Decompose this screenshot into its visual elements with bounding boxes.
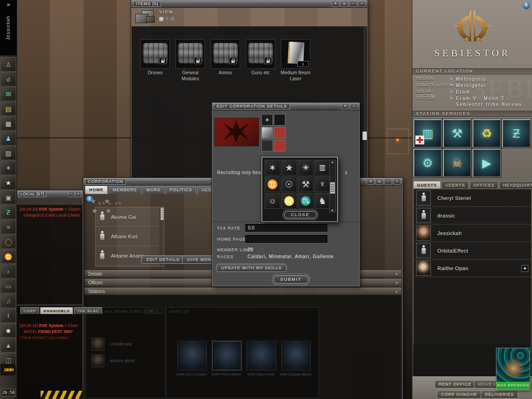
tab-accounts[interactable]: ACCOUNTS: [197, 186, 213, 194]
tab-guests[interactable]: GUESTS: [413, 181, 441, 188]
guest-row[interactable]: drassic: [414, 207, 531, 224]
location-value[interactable]: Metropolis: [456, 76, 531, 82]
tongs-symbol-icon[interactable]: ⚒: [298, 176, 314, 192]
stack-icon[interactable]: ◎: [340, 1, 348, 7]
logo-color-picker-3[interactable]: [274, 140, 285, 151]
scrollbar-thumb[interactable]: [363, 132, 367, 140]
close-icon[interactable]: ×: [393, 179, 401, 185]
lab-service-icon[interactable]: Ƶ: [502, 119, 531, 148]
guest-row[interactable]: Jessickah: [414, 224, 531, 242]
agent-portrait-card[interactable]: AOS BRENDAN: [496, 348, 530, 390]
notepad-icon[interactable]: ▤: [0, 102, 16, 116]
scrollbar-thumb[interactable]: [330, 182, 335, 193]
info-icon[interactable]: i: [523, 2, 530, 8]
minimize-icon[interactable]: −: [68, 191, 74, 197]
location-value[interactable]: Eram: [456, 89, 531, 95]
details-view-icon[interactable]: ≣: [170, 16, 175, 21]
rent-office-button[interactable]: RENT OFFICE: [435, 380, 476, 388]
logo-shape-picker-3[interactable]: [261, 140, 273, 151]
minimize-icon[interactable]: −: [349, 1, 357, 7]
tab-corp[interactable]: CORP: [20, 307, 39, 314]
local-chat-titlebar[interactable]: LOCAL [57] − ×: [17, 191, 83, 198]
tab-the-blac[interactable]: THE BLAC: [74, 307, 102, 314]
grid-view-icon[interactable]: ▦: [159, 16, 163, 21]
director-row[interactable]: schildkroete: [91, 338, 165, 351]
ship-icon[interactable]: ▲: [0, 338, 16, 352]
location-value[interactable]: Eram V - Moon 2 - Sebiestor tribe Bureau: [456, 96, 531, 108]
journal-icon[interactable]: ▭: [0, 279, 16, 293]
assets-icon[interactable]: ▣: [0, 190, 16, 205]
character-sheet-icon[interactable]: ♙: [0, 57, 16, 72]
ship-tile[interactable]: [247, 341, 276, 370]
repairshop-service-icon[interactable]: ⚒: [443, 119, 472, 148]
guest-row[interactable]: Cheryl Steriel: [414, 189, 531, 207]
tab-politics[interactable]: POLITICS: [165, 186, 196, 194]
market-icon[interactable]: ▦: [0, 116, 16, 131]
expand-icon[interactable]: »: [0, 1, 17, 8]
item-general-modules[interactable]: [175, 39, 205, 69]
logo-color-picker-1[interactable]: [274, 114, 285, 126]
location-value[interactable]: Meinigefur: [456, 83, 531, 89]
spiral-symbol-icon[interactable]: ✶: [265, 160, 280, 175]
items-window-titlebar[interactable]: ITEMS [5] ✶ ◎ − ×: [132, 0, 367, 8]
tax-rate-input[interactable]: [245, 224, 327, 232]
starmap-icon[interactable]: ★: [0, 175, 16, 190]
pin-icon[interactable]: ✶: [341, 103, 349, 109]
pin-icon[interactable]: ✶: [332, 1, 339, 7]
guest-row[interactable]: Raithe Opan ★: [414, 260, 531, 277]
close-icon[interactable]: ×: [358, 1, 366, 7]
info-icon[interactable]: i: [0, 308, 16, 323]
item-medium-beam-laser[interactable]: 1: [281, 39, 310, 69]
bounty-office-service-icon[interactable]: ☠: [443, 149, 472, 177]
sun-symbol-icon[interactable]: ☀: [298, 160, 314, 175]
member-row[interactable]: Albane Kurt: [96, 227, 164, 246]
pentagram-symbol-icon[interactable]: ★: [281, 160, 297, 175]
tab-home[interactable]: HOME: [85, 186, 108, 194]
close-icon[interactable]: ×: [350, 103, 358, 109]
fish-symbol-icon[interactable]: ≣: [314, 160, 330, 175]
jukebox-icon[interactable]: ♫: [0, 294, 16, 308]
people-places-icon[interactable]: ☌: [0, 72, 16, 86]
reprocessing-service-icon[interactable]: ♻: [472, 119, 501, 148]
aura-icon[interactable]: ☻: [0, 323, 16, 338]
news-icon[interactable]: ▧: [0, 146, 16, 160]
science-icon[interactable]: Ƶ: [0, 205, 16, 219]
tab-members[interactable]: MEMBERS: [109, 186, 141, 194]
browser-icon[interactable]: ♁: [0, 264, 16, 278]
medical-service-icon[interactable]: ▥: [413, 119, 442, 148]
starburst-symbol-icon[interactable]: ☼: [265, 193, 280, 209]
tab-agents[interactable]: AGENTS: [441, 181, 469, 188]
home-page-input[interactable]: [245, 235, 327, 243]
mail-icon[interactable]: ✉: [0, 87, 16, 101]
director-row[interactable]: wilsons ghost: [91, 354, 165, 367]
logo-shape-picker-1[interactable]: ✶: [261, 114, 273, 126]
tab-khanidblo[interactable]: KHANIDBLO: [40, 307, 73, 314]
circle-dot-symbol-icon[interactable]: ☉: [281, 176, 297, 192]
factory-service-icon[interactable]: ⚙: [413, 149, 442, 177]
guest-row[interactable]: OrbitalEffect: [414, 242, 531, 260]
minimize-icon[interactable]: −: [384, 179, 392, 185]
edit-details-button[interactable]: EDIT DETAILS: [141, 255, 185, 264]
logo-shape-picker-2[interactable]: [261, 127, 273, 139]
close-icon[interactable]: ×: [75, 191, 81, 197]
member-row[interactable]: Akuma Gai: [96, 207, 164, 227]
item-ammo[interactable]: [211, 39, 240, 69]
deliveries-button[interactable]: DELIVERIES: [481, 390, 518, 399]
symbol-scrollbar[interactable]: ▲ ▼: [329, 160, 336, 212]
shrimp-symbol-icon[interactable]: ♌: [281, 193, 297, 209]
scroll-up-icon[interactable]: ▲: [331, 160, 334, 163]
ship-tile[interactable]: [177, 341, 207, 370]
star-icon[interactable]: ★: [521, 265, 528, 272]
shipyard-service-icon[interactable]: ▶: [472, 149, 501, 177]
ship-tile[interactable]: [281, 341, 311, 370]
tab-offices[interactable]: OFFICES: [470, 181, 498, 188]
caduceus-symbol-icon[interactable]: ♆: [314, 176, 330, 192]
item-drones[interactable]: [140, 39, 170, 69]
chat-icon[interactable]: ♊: [0, 249, 16, 264]
scorpion-symbol-icon[interactable]: ♏: [298, 193, 314, 209]
stack-icon[interactable]: ◎: [375, 179, 383, 185]
tab-headquarters[interactable]: HEADQUARTERS: [499, 181, 532, 188]
logo-color-picker-2[interactable]: [274, 127, 285, 139]
update-with-my-skills-button[interactable]: UPDATE WITH MY SKILLS: [216, 264, 287, 272]
channels-icon[interactable]: ♟: [0, 131, 16, 145]
